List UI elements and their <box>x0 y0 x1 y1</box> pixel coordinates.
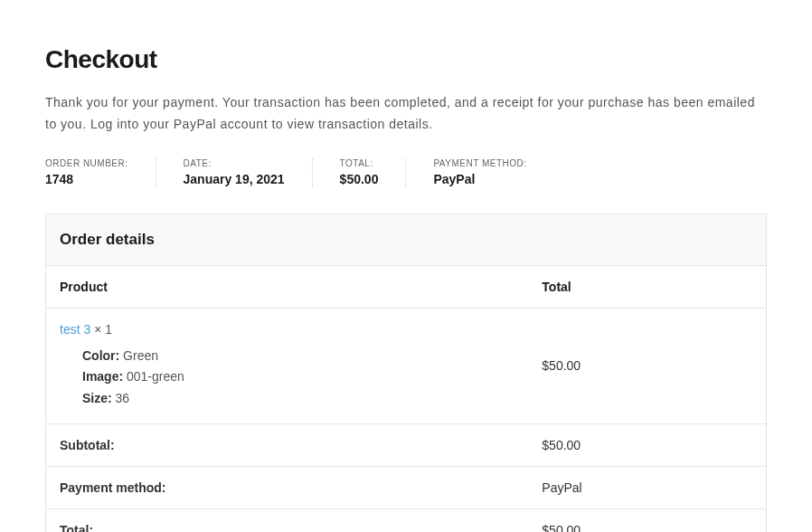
product-qty: 1 <box>105 322 112 337</box>
order-details-heading: Order details <box>60 231 752 249</box>
overview-order-number-label: ORDER NUMBER: <box>45 158 128 168</box>
total-label: Total: <box>46 508 528 532</box>
overview-order-number: ORDER NUMBER: 1748 <box>45 158 156 186</box>
variation-value: 36 <box>116 391 130 405</box>
variation-label: Image: <box>82 369 123 384</box>
payment-method-row: Payment method: PayPal <box>46 466 766 508</box>
overview-order-number-value: 1748 <box>45 172 128 186</box>
column-product: Product <box>46 266 528 309</box>
variation-list: Color: Green Image: 001-green Size: 36 <box>60 346 515 410</box>
order-overview: ORDER NUMBER: 1748 DATE: January 19, 202… <box>45 158 767 186</box>
overview-payment-method-value: PayPal <box>433 172 526 186</box>
product-link[interactable]: test 3 <box>60 322 90 337</box>
order-details-header: Order details <box>46 214 766 266</box>
variation-value: Green <box>123 348 158 363</box>
line-item-row: test 3 × 1 Color: Green Image: 001-green… <box>46 308 766 423</box>
variation-item: Color: Green <box>82 346 515 367</box>
line-item-total: $50.00 <box>528 308 766 423</box>
product-qty-separator: × <box>90 322 105 337</box>
variation-item: Image: 001-green <box>82 366 515 388</box>
total-row: Total: $50.00 <box>46 508 766 532</box>
table-header-row: Product Total <box>46 266 766 309</box>
variation-item: Size: 36 <box>82 388 515 410</box>
column-total: Total <box>528 266 766 309</box>
overview-total: TOTAL: $50.00 <box>340 158 407 186</box>
overview-total-label: TOTAL: <box>340 158 379 168</box>
overview-date-label: DATE: <box>184 158 285 168</box>
thankyou-message: Thank you for your payment. Your transac… <box>45 92 767 136</box>
overview-total-value: $50.00 <box>340 172 379 186</box>
subtotal-row: Subtotal: $50.00 <box>46 423 766 466</box>
payment-method-value: PayPal <box>528 466 766 508</box>
page-title: Checkout <box>45 45 767 74</box>
overview-date-value: January 19, 2021 <box>184 172 285 186</box>
order-details-table: Product Total test 3 × 1 Color: Green Im… <box>46 266 766 532</box>
variation-label: Size: <box>82 391 112 405</box>
total-value: $50.00 <box>528 508 766 532</box>
line-item-product-cell: test 3 × 1 Color: Green Image: 001-green… <box>46 308 528 423</box>
variation-value: 001-green <box>127 369 184 384</box>
subtotal-label: Subtotal: <box>46 423 528 466</box>
overview-payment-method: PAYMENT METHOD: PayPal <box>433 158 526 186</box>
overview-payment-method-label: PAYMENT METHOD: <box>433 158 526 168</box>
variation-label: Color: <box>82 348 119 363</box>
subtotal-value: $50.00 <box>528 423 766 466</box>
order-details: Order details Product Total test 3 × 1 C… <box>45 214 767 532</box>
overview-date: DATE: January 19, 2021 <box>184 158 313 186</box>
payment-method-label: Payment method: <box>46 466 528 508</box>
